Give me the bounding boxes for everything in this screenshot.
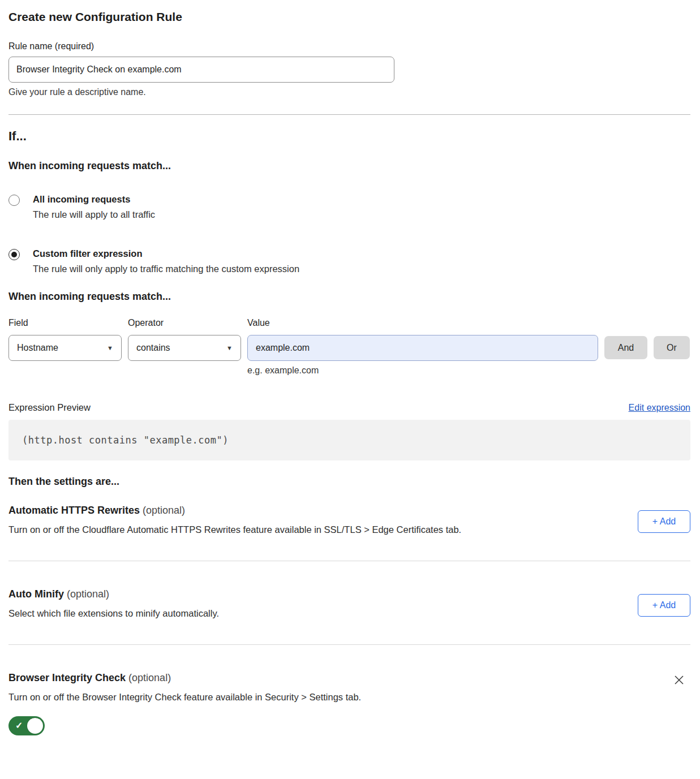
close-icon — [672, 673, 686, 687]
condition-row: Field Operator Value Hostname ▼ contains… — [8, 318, 690, 361]
if-heading: If... — [8, 129, 690, 144]
setting-description: Select which file extensions to minify a… — [8, 608, 219, 619]
value-label: Value — [247, 318, 598, 328]
toggle-knob — [27, 718, 43, 734]
chevron-down-icon: ▼ — [226, 345, 233, 351]
radio-option-label: All incoming requests — [33, 194, 155, 205]
radio-option-label: Custom filter expression — [33, 248, 299, 259]
rule-name-help: Give your rule a descriptive name. — [8, 87, 690, 97]
operator-label: Operator — [128, 318, 241, 328]
checkmark-icon: ✓ — [15, 721, 23, 730]
field-select[interactable]: Hostname ▼ — [8, 335, 122, 361]
setting-title: Auto Minify (optional) — [8, 588, 219, 600]
section-divider — [8, 114, 690, 115]
remove-setting-button[interactable] — [672, 673, 686, 687]
field-label: Field — [8, 318, 122, 328]
add-auto-minify-button[interactable]: + Add — [638, 594, 690, 617]
match-subheading: When incoming requests match... — [8, 160, 690, 172]
setting-automatic-https-rewrites: Automatic HTTPS Rewrites (optional) Turn… — [8, 505, 690, 535]
browser-integrity-check-toggle[interactable]: ✓ — [8, 716, 45, 735]
optional-tag: (optional) — [128, 672, 171, 683]
rule-name-label: Rule name (required) — [8, 41, 690, 51]
section-divider — [8, 561, 690, 561]
setting-description: Turn on or off the Browser Integrity Che… — [8, 692, 361, 703]
value-help: e.g. example.com — [247, 365, 690, 376]
and-button[interactable]: And — [604, 336, 647, 359]
radio-option-description: The rule will apply to all traffic — [33, 209, 155, 220]
or-button[interactable]: Or — [654, 336, 690, 359]
operator-select-value: contains — [136, 343, 170, 353]
value-input[interactable] — [247, 335, 598, 361]
chevron-down-icon: ▼ — [107, 345, 113, 351]
optional-tag: (optional) — [143, 505, 185, 516]
page-title: Create new Configuration Rule — [8, 10, 690, 24]
filter-subheading: When incoming requests match... — [8, 291, 690, 303]
operator-select[interactable]: contains ▼ — [128, 335, 241, 361]
setting-auto-minify: Auto Minify (optional) Select which file… — [8, 588, 690, 619]
add-automatic-https-rewrites-button[interactable]: + Add — [638, 510, 690, 533]
then-heading: Then the settings are... — [8, 476, 690, 488]
radio-button-selected[interactable] — [8, 249, 20, 260]
setting-title: Automatic HTTPS Rewrites (optional) — [8, 505, 461, 517]
radio-option-custom-filter[interactable]: Custom filter expression The rule will o… — [8, 248, 690, 274]
edit-expression-link[interactable]: Edit expression — [629, 403, 690, 413]
expression-preview-label: Expression Preview — [8, 402, 91, 413]
setting-title: Browser Integrity Check (optional) — [8, 672, 361, 684]
create-configuration-rule-form: Create new Configuration Rule Rule name … — [0, 10, 700, 747]
setting-browser-integrity-check: Browser Integrity Check (optional) Turn … — [8, 672, 690, 738]
optional-tag: (optional) — [67, 588, 109, 600]
field-select-value: Hostname — [17, 343, 58, 353]
section-divider — [8, 644, 690, 645]
setting-description: Turn on or off the Cloudflare Automatic … — [8, 524, 461, 535]
expression-code: (http.host contains "example.com") — [8, 420, 690, 460]
radio-option-description: The rule will only apply to traffic matc… — [33, 264, 299, 274]
radio-button-unselected[interactable] — [8, 195, 20, 206]
rule-name-input[interactable] — [8, 57, 394, 83]
radio-option-all-incoming[interactable]: All incoming requests The rule will appl… — [8, 194, 690, 220]
